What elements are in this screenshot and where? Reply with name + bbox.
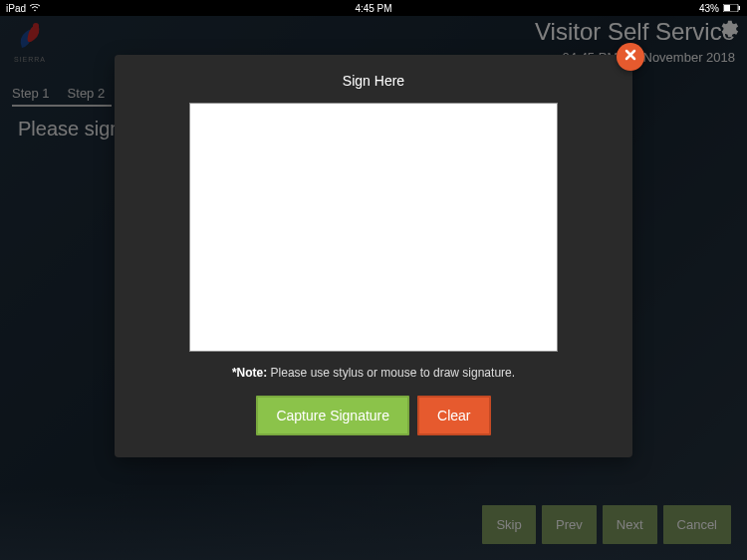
close-icon — [623, 48, 637, 66]
signature-modal: Sign Here *Note: Please use stylus or mo… — [115, 55, 632, 457]
battery-percent: 43% — [699, 3, 719, 14]
svg-point-0 — [34, 9, 36, 11]
modal-title: Sign Here — [134, 73, 613, 89]
svg-rect-3 — [739, 6, 741, 10]
note-label: *Note: — [232, 366, 267, 380]
modal-actions: Capture Signature Clear — [134, 396, 613, 435]
status-time: 4:45 PM — [355, 3, 391, 14]
svg-rect-2 — [724, 5, 730, 11]
capture-signature-button[interactable]: Capture Signature — [256, 396, 409, 435]
note-text: Please use stylus or mouse to draw signa… — [267, 366, 515, 380]
device-label: iPad — [6, 3, 26, 14]
signature-canvas[interactable] — [189, 103, 558, 352]
battery-icon — [723, 3, 741, 14]
modal-close-button[interactable] — [617, 43, 644, 71]
clear-signature-button[interactable]: Clear — [417, 396, 490, 435]
wifi-icon — [30, 3, 40, 14]
modal-note: *Note: Please use stylus or mouse to dra… — [134, 366, 613, 380]
device-status-bar: iPad 4:45 PM 43% — [0, 0, 747, 16]
